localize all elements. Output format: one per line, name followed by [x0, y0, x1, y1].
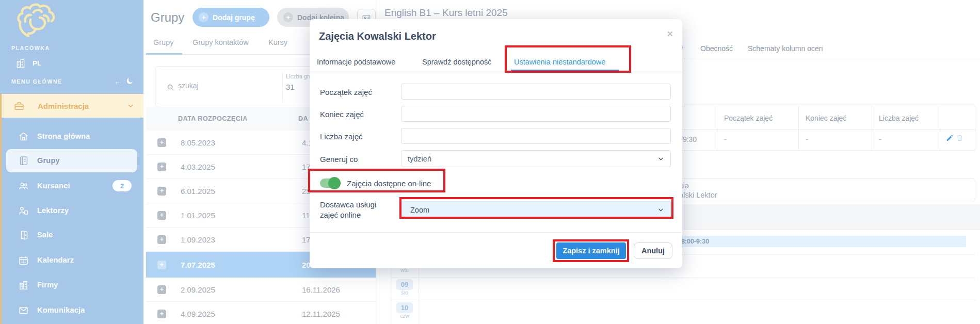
field-label-count: Liczba zajęć [320, 132, 363, 141]
provider-label-line2: zajęć online [320, 210, 361, 219]
plus-icon: + [283, 12, 293, 22]
session-start-value: - [724, 135, 727, 143]
active-tab-underline [146, 53, 182, 55]
modal-tab-informacje[interactable]: Informacje podstawowe [317, 58, 395, 66]
toggle-knob [328, 177, 341, 189]
facility-section-label: PLACÓWKA [11, 45, 50, 51]
add-group-label: Dodaj grupę [213, 13, 255, 22]
provider-select-value: Zoom [410, 206, 429, 214]
session-header-count: Liczba zajęć [879, 114, 919, 122]
journal-icon [18, 155, 29, 166]
column-divider [940, 106, 940, 151]
plus-icon: + [199, 12, 208, 22]
chevron-down-icon [657, 155, 664, 162]
delete-trash-icon[interactable] [956, 134, 963, 142]
facility-name[interactable]: PL [33, 59, 41, 67]
start-date: 6.01.2025 [181, 187, 215, 196]
day-badge[interactable]: 09 [396, 279, 413, 290]
close-icon[interactable]: ✕ [667, 29, 673, 39]
expand-row-icon[interactable]: + [157, 187, 166, 196]
main-menu-section-label: MENU GŁÓWNE [11, 78, 62, 85]
save-button[interactable]: Zapisz i zamknij [556, 242, 626, 259]
teacher-icon [18, 205, 29, 216]
column-header-start-date: DATA ROZPOCZĘCIA [178, 115, 248, 122]
start-date: 2.09.2025 [181, 285, 215, 294]
start-input[interactable] [401, 84, 671, 100]
day-badge[interactable]: 10 [396, 302, 413, 313]
calendar-icon [18, 255, 29, 266]
provider-label-line1: Dostawca usługi [320, 200, 376, 209]
end-date: 16.11.2026 [302, 285, 340, 294]
sidebar-item-firmy[interactable]: Firmy [0, 274, 143, 295]
students-icon [18, 181, 29, 191]
expand-row-icon[interactable]: + [157, 138, 166, 147]
tab-schematy-kolumn-ocen[interactable]: Schematy kolumn ocen [748, 44, 823, 53]
generate-select-value: tydzień [408, 155, 431, 163]
provider-select[interactable]: Zoom [401, 201, 671, 218]
buildings-icon [15, 58, 26, 69]
sidebar-item-grupy[interactable]: Grupy [0, 150, 143, 171]
sidebar-item-kalendarz[interactable]: Kalendarz [0, 250, 143, 270]
sidebar-item-label: Komunikacja [37, 306, 85, 314]
sidebar-item-label: Lektorzy [37, 206, 69, 215]
expand-row-icon[interactable]: + [157, 235, 166, 244]
sidebar-item-sale[interactable]: Sale [0, 224, 143, 245]
sidebar-item-label: Firmy [37, 281, 58, 289]
modal-tabs-divider [310, 72, 682, 72]
online-toggle-label: Zajęcia dostępne on-line [347, 179, 431, 188]
column-header-end-date: DA [298, 115, 308, 122]
session-header-start: Początek zajęć [724, 114, 773, 122]
sidebar-item-lektorzy[interactable]: Lektorzy [0, 200, 143, 221]
header-divider [640, 129, 976, 130]
expand-row-icon[interactable]: + [157, 310, 166, 318]
briefcase-icon [13, 100, 25, 111]
lion-logo [13, 2, 58, 39]
expand-row-icon[interactable]: + [157, 211, 166, 220]
tab-grupy-kontaktow[interactable]: Grupy kontaktów [192, 38, 249, 46]
start-date: 7.07.2025 [181, 261, 215, 269]
modal-footer-divider [310, 232, 682, 233]
session-info-box: Zajęcia Kowalski Lektor [654, 178, 975, 202]
tab-kursy[interactable]: Kursy [268, 38, 287, 46]
column-divider [872, 106, 872, 151]
modal-title: Zajęcia Kowalski Lektor [319, 30, 436, 42]
column-divider [798, 106, 799, 151]
edit-pencil-icon[interactable] [946, 134, 954, 142]
table-row[interactable]: + 2.09.2025 16.11.2026 [146, 278, 376, 302]
start-date: 4.03.2025 [181, 163, 215, 171]
start-date: 1.01.2025 [181, 211, 215, 220]
modal-tab-dostepnosc[interactable]: Sprawdź dostępność [422, 58, 492, 66]
tab-obecnosc[interactable]: Obecność [700, 44, 733, 53]
cancel-button[interactable]: Anuluj [634, 242, 672, 259]
day-abbr: czw [396, 313, 413, 319]
sidebar: PLACÓWKA PL MENU GŁÓWNE ← Administracja [0, 0, 143, 324]
dark-mode-moon-icon[interactable] [125, 77, 134, 85]
door-icon [18, 230, 29, 240]
count-input[interactable] [401, 128, 671, 144]
calendar-row-line [391, 301, 975, 301]
start-date: 4.09.2025 [181, 310, 215, 318]
modal-tab-ustawienia[interactable]: Ustawienia niestandardowe [514, 58, 605, 66]
end-input[interactable] [401, 106, 671, 122]
companies-icon [18, 280, 29, 290]
tab-grupy[interactable]: Grupy [153, 38, 174, 46]
sidebar-item-strona-glowna[interactable]: Strona główna [0, 126, 143, 147]
modal-active-tab-underline [511, 70, 619, 72]
field-label-start: Początek zajęć [320, 88, 372, 96]
search-input[interactable] [178, 82, 261, 90]
collapse-sidebar-icon[interactable]: ← [114, 77, 122, 86]
sidebar-item-komunikacja[interactable]: Komunikacja [0, 300, 143, 320]
course-title: English B1 – Kurs letni 2025 [384, 7, 508, 19]
add-group-button[interactable]: + Dodaj grupę [192, 8, 269, 27]
sidebar-item-label: Strona główna [37, 132, 90, 140]
expand-row-icon[interactable]: + [157, 163, 166, 171]
expand-row-icon[interactable]: + [157, 285, 166, 294]
sidebar-item-label: Grupy [37, 156, 60, 165]
table-row[interactable]: + 4.09.2025 12.11.2025 [146, 302, 376, 324]
start-date: 8.05.2023 [181, 138, 215, 147]
online-toggle[interactable] [320, 179, 340, 188]
sidebar-item-administracja[interactable]: Administracja [2, 94, 143, 118]
generate-select[interactable]: tydzień [401, 150, 671, 167]
card-divider [282, 72, 283, 103]
expand-row-icon[interactable]: + [157, 261, 166, 269]
